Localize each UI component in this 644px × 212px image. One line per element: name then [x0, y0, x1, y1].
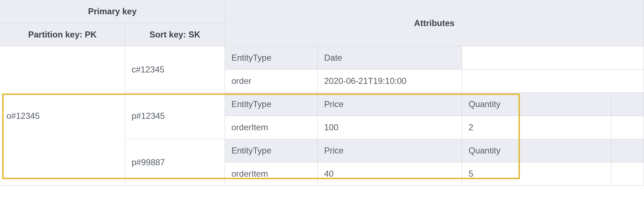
attr-empty [611, 139, 644, 162]
attr-label: Quantity [462, 92, 612, 116]
attr-value: 2020-06-21T19:10:00 [317, 69, 462, 93]
header-partition-key: Partition key: PK [0, 23, 125, 46]
attr-value: 40 [317, 162, 462, 186]
attr-label: Date [317, 46, 462, 70]
attr-value: 5 [462, 162, 612, 186]
dynamodb-table: Primary key Attributes Partition key: PK… [0, 0, 644, 186]
attr-empty [462, 69, 644, 93]
attr-value: orderItem [225, 162, 318, 186]
attr-empty [462, 46, 644, 70]
attr-label: Quantity [462, 139, 612, 162]
header-primary-key: Primary key [0, 0, 225, 23]
attr-label: EntityType [225, 92, 318, 116]
attr-value: order [225, 69, 318, 93]
sk-value: c#12345 [125, 46, 225, 93]
header-sort-key: Sort key: SK [125, 23, 225, 46]
attr-empty [611, 116, 644, 139]
attr-label: EntityType [225, 46, 318, 70]
pk-value: o#12345 [0, 46, 125, 186]
attr-empty [611, 92, 644, 116]
header-attributes: Attributes [225, 0, 644, 46]
attr-value: 2 [462, 116, 612, 139]
attr-label: Price [317, 139, 462, 162]
attr-empty [611, 162, 644, 186]
sk-value: p#99887 [125, 139, 225, 186]
attr-label: EntityType [225, 139, 318, 162]
attr-label: Price [317, 92, 462, 116]
sk-value: p#12345 [125, 92, 225, 139]
attr-value: 100 [317, 116, 462, 139]
attr-value: orderItem [225, 116, 318, 139]
